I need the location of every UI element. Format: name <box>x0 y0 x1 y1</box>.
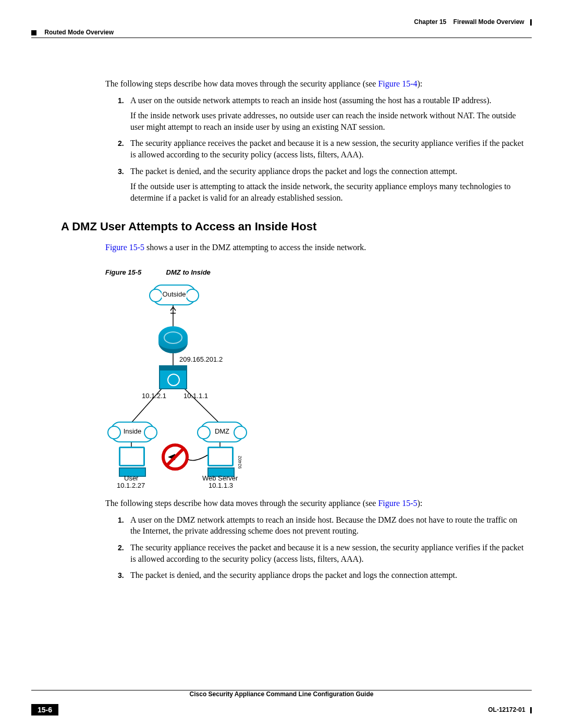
figure-ref-link[interactable]: Figure 15-4 <box>378 79 417 88</box>
figure-ref-link[interactable]: Figure 15-5 <box>105 243 144 252</box>
chapter-title: Firewall Mode Overview <box>454 18 524 26</box>
server-icon <box>207 447 232 477</box>
text: The packet is denied, and the security a… <box>130 167 457 176</box>
text: ): <box>418 499 423 508</box>
pc-icon <box>119 447 144 477</box>
text: The following steps describe how data mo… <box>105 79 378 88</box>
chapter-label: Chapter 15 <box>414 18 446 26</box>
network-diagram: Outside 209.165.201.2 10.1.2.1 10.1.1.1 … <box>100 282 267 490</box>
page: Routed Mode Overview Chapter 15 Firewall… <box>0 0 563 728</box>
step-sub: If the inside network uses private addre… <box>130 110 527 132</box>
dmz-cloud-icon: DMZ <box>200 422 244 442</box>
arrow-icon <box>168 454 175 460</box>
step-number: 3. <box>118 570 130 581</box>
forbidden-icon <box>162 443 189 471</box>
figure-label: Figure 15-5 <box>105 268 141 276</box>
inside-cloud-icon: Inside <box>111 422 154 442</box>
outside-cloud-icon: Outside <box>152 285 196 305</box>
figure-ref-link[interactable]: Figure 15-5 <box>378 499 417 508</box>
text: The following steps describe how data mo… <box>105 499 378 508</box>
figure-title: DMZ to Inside <box>166 268 211 276</box>
step-item: 3. The packet is denied, and the securit… <box>118 570 527 581</box>
step-number: 1. <box>118 514 130 537</box>
step-body: A user on the DMZ network attempts to re… <box>130 514 527 537</box>
cloud-label: DMZ <box>214 427 230 435</box>
figure-id: 92402 <box>237 456 243 469</box>
header-right: Chapter 15 Firewall Mode Overview <box>414 18 532 26</box>
footer-title: Cisco Security Appliance Command Line Co… <box>31 690 532 698</box>
header-section: Routed Mode Overview <box>44 29 114 36</box>
step-item: 2. The security appliance receives the p… <box>118 542 527 564</box>
router-icon <box>158 326 188 353</box>
step-number: 2. <box>118 542 130 564</box>
header-left: Routed Mode Overview <box>31 29 114 36</box>
step-item: 3. The packet is denied, and the securit… <box>118 166 527 204</box>
figure-caption: Figure 15-5 DMZ to Inside <box>105 268 527 277</box>
page-footer: Cisco Security Appliance Command Line Co… <box>31 690 532 712</box>
header-rule <box>31 38 532 38</box>
page-header: Routed Mode Overview Chapter 15 Firewall… <box>31 16 532 42</box>
step-item: 1. A user on the outside network attempt… <box>118 95 527 133</box>
step-body: The security appliance receives the pack… <box>130 542 527 564</box>
bar-icon <box>530 19 532 26</box>
intro-paragraph-3: The following steps describe how data mo… <box>105 498 527 509</box>
step-number: 1. <box>118 95 130 133</box>
user-ip: 10.1.2.27 <box>117 481 145 490</box>
firewall-icon <box>159 369 187 389</box>
step-sub: If the outside user is attempting to att… <box>130 181 527 203</box>
step-item: 1. A user on the DMZ network attempts to… <box>118 514 527 537</box>
bullet-icon <box>31 30 36 35</box>
webserver-ip: 10.1.1.3 <box>209 481 233 490</box>
intro-paragraph-1: The following steps describe how data mo… <box>105 78 527 90</box>
section-heading: A DMZ User Attempts to Access an Inside … <box>61 219 527 235</box>
steps-list-2: 1. A user on the DMZ network attempts to… <box>118 514 527 581</box>
cloud-label: Inside <box>123 427 143 435</box>
page-number: 15-6 <box>31 704 58 715</box>
text: A user on the outside network attempts t… <box>130 96 492 105</box>
body: The following steps describe how data mo… <box>105 78 527 581</box>
bar-icon <box>530 707 532 713</box>
step-body: The packet is denied, and the security a… <box>130 166 527 204</box>
cloud-label: Outside <box>162 290 187 298</box>
text: ): <box>418 79 423 88</box>
intro-paragraph-2: Figure 15-5 shows a user in the DMZ atte… <box>105 242 527 253</box>
step-body: A user on the outside network attempts t… <box>130 95 527 133</box>
ip-label: 10.1.2.1 <box>142 391 166 401</box>
document-id: OL-12172-01 <box>488 706 532 713</box>
text: shows a user in the DMZ attempting to ac… <box>144 243 366 252</box>
step-number: 3. <box>118 166 130 204</box>
step-number: 2. <box>118 138 130 160</box>
text: OL-12172-01 <box>488 706 525 713</box>
step-item: 2. The security appliance receives the p… <box>118 138 527 160</box>
step-body: The packet is denied, and the security a… <box>130 570 527 581</box>
ip-label: 209.165.201.2 <box>179 355 223 364</box>
steps-list-1: 1. A user on the outside network attempt… <box>118 95 527 204</box>
step-body: The security appliance receives the pack… <box>130 138 527 160</box>
ip-label: 10.1.1.1 <box>183 391 208 401</box>
